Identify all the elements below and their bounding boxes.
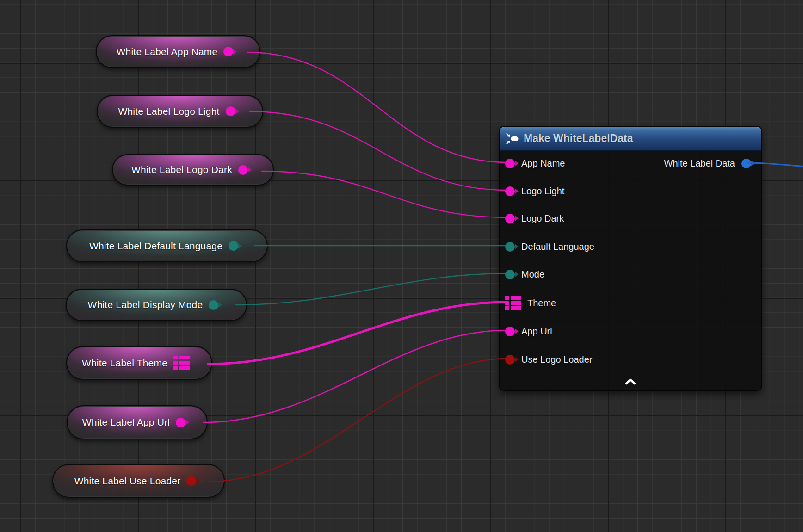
pin-label: Default Language	[521, 241, 594, 252]
enum-pin[interactable]	[505, 242, 515, 252]
blueprint-graph-canvas[interactable]: White Label App Name White Label Logo Li…	[0, 0, 803, 532]
string-pin[interactable]	[505, 186, 515, 196]
wire-app-name[interactable]	[247, 52, 507, 162]
pin-row-app-name: App Name	[505, 156, 565, 171]
node-title: Make WhiteLabelData	[524, 132, 633, 145]
string-pin[interactable]	[238, 165, 248, 175]
pin-label: Logo Dark	[521, 213, 564, 224]
pin-row-use-logo-loader: Use Logo Loader	[505, 352, 592, 367]
wire-use-loader[interactable]	[209, 359, 507, 482]
pin-label: White Label Data	[664, 158, 735, 169]
var-node-white-label-logo-light[interactable]: White Label Logo Light	[97, 95, 263, 128]
var-node-label: White Label Use Loader	[74, 476, 181, 487]
string-pin[interactable]	[505, 327, 515, 336]
pin-label: Logo Light	[521, 186, 564, 197]
wire-app-url[interactable]	[204, 330, 507, 422]
struct-pin-icon[interactable]	[173, 356, 190, 370]
var-node-white-label-theme[interactable]: White Label Theme	[66, 346, 212, 380]
pin-row-default-language: Default Language	[505, 239, 594, 254]
pin-row-white-label-data: White Label Data	[664, 156, 751, 171]
collapse-node-button[interactable]	[623, 377, 638, 387]
wire-logo-dark[interactable]	[262, 171, 507, 217]
var-node-white-label-display-mode[interactable]: White Label Display Mode	[66, 289, 247, 321]
pin-row-mode: Mode	[505, 267, 544, 282]
pin-label: App Url	[521, 326, 552, 337]
var-node-label: White Label Theme	[82, 358, 167, 369]
pin-row-theme: Theme	[505, 296, 556, 310]
var-node-label: White Label Display Mode	[88, 299, 203, 310]
var-node-label: White Label Logo Light	[118, 106, 219, 117]
string-pin[interactable]	[176, 418, 185, 427]
string-pin[interactable]	[505, 214, 515, 223]
bool-pin[interactable]	[505, 355, 515, 365]
string-pin[interactable]	[226, 106, 235, 116]
var-node-white-label-app-name[interactable]: White Label App Name	[96, 35, 260, 68]
var-node-label: White Label App Url	[82, 417, 170, 428]
pin-label: Theme	[527, 298, 556, 309]
bool-pin[interactable]	[186, 476, 196, 486]
pin-label: App Name	[521, 158, 565, 169]
string-pin[interactable]	[505, 159, 515, 168]
var-node-white-label-app-url[interactable]: White Label App Url	[67, 405, 208, 439]
var-node-white-label-default-language[interactable]: White Label Default Language	[66, 229, 268, 262]
var-node-label: White Label Logo Dark	[131, 164, 232, 175]
enum-pin[interactable]	[229, 241, 238, 251]
pin-row-logo-dark: Logo Dark	[505, 211, 564, 226]
pin-label: Mode	[521, 269, 544, 280]
make-whitelabeldata-node[interactable]: Make WhiteLabelData App Name Logo Light …	[499, 126, 762, 391]
make-struct-icon	[506, 133, 519, 145]
node-header[interactable]: Make WhiteLabelData	[500, 127, 761, 151]
enum-pin[interactable]	[209, 300, 218, 310]
pin-row-logo-light: Logo Light	[505, 184, 564, 198]
var-node-label: White Label App Name	[117, 46, 218, 57]
chevron-up-icon	[624, 378, 636, 385]
wire-display-mode[interactable]	[236, 273, 507, 305]
struct-output-pin[interactable]	[741, 159, 751, 168]
pin-label: Use Logo Loader	[521, 354, 592, 365]
enum-pin[interactable]	[505, 270, 515, 279]
wire-logo-light[interactable]	[250, 111, 507, 190]
var-node-white-label-use-loader[interactable]: White Label Use Loader	[52, 464, 225, 498]
wire-theme[interactable]	[208, 302, 507, 364]
struct-pin-icon[interactable]	[505, 296, 521, 310]
pin-row-app-url: App Url	[505, 324, 552, 339]
var-node-label: White Label Default Language	[89, 241, 222, 252]
var-node-white-label-logo-dark[interactable]: White Label Logo Dark	[112, 154, 274, 186]
string-pin[interactable]	[223, 47, 233, 56]
